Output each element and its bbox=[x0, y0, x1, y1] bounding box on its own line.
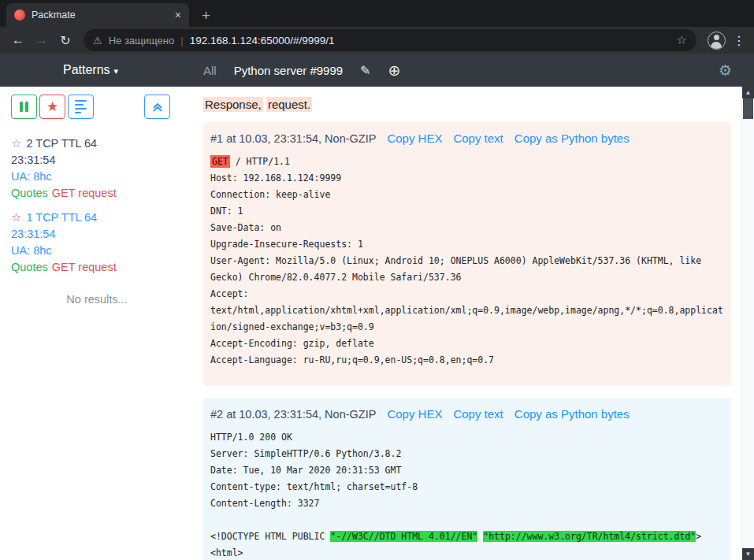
pattern-tag: Quotes bbox=[11, 187, 48, 199]
reload-icon[interactable]: ↻ bbox=[54, 33, 77, 48]
packet-line bbox=[210, 512, 725, 528]
browser-tab-strip: Packmate × + bbox=[0, 0, 754, 27]
packet-line: HTTP/1.0 200 OK bbox=[210, 429, 725, 446]
scroll-up-button[interactable]: ▲ bbox=[742, 87, 754, 98]
page-content: ★ ☆2 TCP TTL 6423:31:54UA: 8hcQuotesGET … bbox=[0, 87, 754, 560]
star-icon: ★ bbox=[46, 100, 58, 113]
packet-line: Accept: text/html,application/xhtml+xml,… bbox=[210, 286, 725, 336]
pattern-match: "http://www.w3.org/TR/html4/strict.dtd" bbox=[483, 531, 696, 542]
packet-block: #1 at 10.03, 23:31:54, Non-GZIPCopy HEXC… bbox=[203, 122, 731, 386]
forward-icon[interactable]: → bbox=[30, 33, 54, 47]
browser-tab[interactable]: Packmate × bbox=[6, 3, 189, 27]
list-lines-icon bbox=[75, 100, 87, 114]
stream-time: 23:31:54 bbox=[11, 152, 183, 169]
packet-text: / HTTP/1.1 bbox=[230, 156, 290, 167]
collapse-sidebar-button[interactable] bbox=[144, 95, 170, 119]
sidebar-toolbar: ★ bbox=[11, 95, 183, 119]
packet-line: Accept-Language: ru-RU,ru;q=0.9,en-US;q=… bbox=[210, 352, 725, 369]
packet-line: <!DOCTYPE HTML PUBLIC "-//W3C//DTD HTML … bbox=[210, 528, 725, 545]
new-tab-button[interactable]: + bbox=[202, 8, 210, 23]
tab-title: Packmate bbox=[32, 9, 169, 20]
packet-line: Content-type: text/html; charset=utf-8 bbox=[210, 479, 725, 495]
add-service-icon[interactable]: ⊕ bbox=[388, 63, 401, 78]
packet-line: DNT: 1 bbox=[210, 203, 725, 220]
streams-sidebar: ★ ☆2 TCP TTL 6423:31:54UA: 8hcQuotesGET … bbox=[0, 87, 191, 560]
settings-gear-icon[interactable]: ⚙ bbox=[719, 61, 732, 80]
stream-user-agent: UA: 8hc bbox=[11, 243, 183, 259]
legend-pattern: request. bbox=[266, 97, 312, 112]
packet-line: Server: SimpleHTTP/0.6 Python/3.8.2 bbox=[210, 446, 725, 462]
tab-all[interactable]: All bbox=[203, 64, 217, 77]
filter-list-button[interactable] bbox=[68, 95, 94, 119]
stream-list-item[interactable]: ☆2 TCP TTL 6423:31:54UA: 8hcQuotesGET re… bbox=[11, 135, 183, 202]
stream-tags: QuotesGET request bbox=[11, 259, 183, 276]
service-tabs: All Python server #9999 ✎ ⊕ bbox=[203, 63, 400, 78]
not-secure-label: Не защищено bbox=[109, 35, 175, 46]
copy-action-link[interactable]: Copy text bbox=[453, 407, 503, 421]
back-icon[interactable]: ← bbox=[6, 33, 30, 47]
stream-list: ☆2 TCP TTL 6423:31:54UA: 8hcQuotesGET re… bbox=[11, 135, 183, 276]
packet-header: #2 at 10.03, 23:31:54, Non-GZIPCopy HEXC… bbox=[210, 407, 725, 421]
packet-line: Date: Tue, 10 Mar 2020 20:31:53 GMT bbox=[210, 462, 725, 479]
packet-line: Accept-Encoding: gzip, deflate bbox=[210, 336, 725, 352]
scroll-down-button[interactable]: ▼ bbox=[742, 548, 754, 560]
packet-list: #1 at 10.03, 23:31:54, Non-GZIPCopy HEXC… bbox=[203, 122, 731, 560]
app-navbar: Patterns ▾ All Python server #9999 ✎ ⊕ ⚙ bbox=[0, 54, 754, 87]
packet-header: #1 at 10.03, 23:31:54, Non-GZIPCopy HEXC… bbox=[210, 132, 725, 145]
patterns-dropdown[interactable]: Patterns ▾ bbox=[63, 63, 118, 77]
stream-tags: QuotesGET request bbox=[11, 185, 183, 202]
packmate-favicon bbox=[14, 9, 25, 20]
copy-action-link[interactable]: Copy text bbox=[453, 132, 503, 145]
packet-text: <!DOCTYPE HTML PUBLIC bbox=[210, 531, 330, 542]
pattern-match: "-//W3C//DTD HTML 4.01//EN" bbox=[330, 531, 477, 542]
edit-pencil-icon[interactable]: ✎ bbox=[360, 63, 370, 78]
tab-active-service[interactable]: Python server #9999 bbox=[234, 64, 343, 77]
pattern-tag: GET request bbox=[52, 261, 117, 273]
packet-line: Host: 192.168.1.124:9999 bbox=[210, 170, 725, 187]
pause-capture-button[interactable] bbox=[11, 95, 37, 119]
packet-content: HTTP/1.0 200 OKServer: SimpleHTTP/0.6 Py… bbox=[210, 429, 725, 560]
address-separator: | bbox=[180, 35, 183, 46]
stream-title: 1 TCP TTL 64 bbox=[26, 211, 97, 224]
packet-line: Save-Data: on bbox=[210, 220, 725, 236]
pattern-tag: Quotes bbox=[11, 261, 48, 273]
stream-time: 23:31:54 bbox=[11, 226, 183, 243]
packet-line: User-Agent: Mozilla/5.0 (Linux; Android … bbox=[210, 253, 725, 286]
stream-title: 2 TCP TTL 64 bbox=[26, 137, 97, 150]
copy-action-link[interactable]: Copy HEX bbox=[387, 132, 442, 145]
stream-list-item[interactable]: ☆1 TCP TTL 6423:31:54UA: 8hcQuotesGET re… bbox=[11, 209, 183, 276]
packet-line: Upgrade-Insecure-Requests: 1 bbox=[210, 236, 725, 253]
pattern-tag: GET request bbox=[52, 187, 117, 199]
legend-pattern: Response, bbox=[203, 97, 263, 112]
packet-id: #2 at 10.03, 23:31:54, Non-GZIP bbox=[210, 408, 376, 421]
pause-icon bbox=[20, 102, 28, 112]
not-secure-warning-icon: ⚠ bbox=[93, 35, 102, 46]
scrollbar-thumb[interactable] bbox=[743, 98, 753, 119]
copy-action-link[interactable]: Copy as Python bytes bbox=[514, 407, 630, 421]
pattern-match: GET bbox=[210, 155, 230, 168]
double-chevron-up-icon bbox=[152, 102, 163, 113]
packet-block: #2 at 10.03, 23:31:54, Non-GZIPCopy HEXC… bbox=[203, 398, 731, 560]
favorites-filter-button[interactable]: ★ bbox=[39, 95, 65, 119]
tab-close-icon[interactable]: × bbox=[175, 9, 181, 21]
profile-avatar-icon[interactable] bbox=[708, 32, 726, 50]
copy-action-link[interactable]: Copy as Python bytes bbox=[514, 132, 630, 145]
browser-toolbar: ← → ↻ ⚠ Не защищено | 192.168.1.124:6500… bbox=[0, 27, 754, 54]
copy-action-link[interactable]: Copy HEX bbox=[387, 407, 442, 421]
patterns-legend: Response, request. bbox=[203, 98, 731, 111]
packet-line: Content-Length: 3327 bbox=[210, 495, 725, 512]
bookmark-star-icon[interactable]: ☆ bbox=[677, 33, 687, 47]
browser-menu-icon[interactable]: ⋮ bbox=[730, 33, 748, 48]
packets-panel: Response, request. #1 at 10.03, 23:31:54… bbox=[191, 87, 754, 560]
chevron-down-icon: ▾ bbox=[114, 66, 119, 76]
favorite-star-icon[interactable]: ☆ bbox=[11, 210, 21, 224]
url-text: 192.168.1.124:65000/#/9999/1 bbox=[190, 35, 670, 46]
favorite-star-icon[interactable]: ☆ bbox=[11, 136, 21, 150]
stream-user-agent: UA: 8hc bbox=[11, 169, 183, 185]
packet-line: <html> bbox=[210, 545, 725, 560]
packet-line: GET / HTTP/1.1 bbox=[210, 154, 725, 170]
packet-line: Connection: keep-alive bbox=[210, 187, 725, 203]
no-results-label: No results... bbox=[11, 293, 183, 306]
address-bar[interactable]: ⚠ Не защищено | 192.168.1.124:65000/#/99… bbox=[84, 29, 696, 51]
scrollbar[interactable]: ▲ ▼ bbox=[741, 87, 754, 560]
